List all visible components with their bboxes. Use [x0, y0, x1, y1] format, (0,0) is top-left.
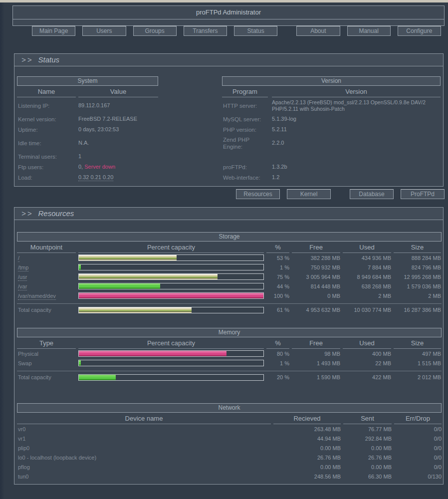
- capacity-bar-track: [78, 264, 264, 270]
- table-row: Listening IP: 89.112.0.167: [17, 97, 158, 114]
- row-label: HTTP server:: [222, 103, 268, 109]
- free-value: 3 005 964 MB: [292, 274, 340, 280]
- size-value: 12 995 268 MB: [394, 274, 441, 280]
- mountpoint-link[interactable]: /usr: [18, 274, 27, 281]
- table-row: Zend PHP Engine: 2.2.0: [222, 135, 441, 151]
- network-table-caption: Network: [17, 403, 442, 413]
- capacity-bar-track: [78, 273, 264, 280]
- row-value: 2.2.0: [272, 140, 441, 146]
- free-value: 98 MB: [292, 351, 340, 357]
- device-name: plip0: [17, 445, 271, 451]
- received-value: 44.94 MB: [273, 436, 341, 442]
- device-name: tun0: [17, 474, 271, 480]
- nav-manual[interactable]: Manual: [347, 26, 391, 36]
- nav-about[interactable]: About: [296, 26, 340, 36]
- used-value: 434 936 MB: [343, 255, 391, 261]
- used-value: 7 884 MB: [343, 264, 391, 270]
- table-row: plip0 0.00 MB 0.00 MB 0/0: [17, 443, 442, 453]
- sent-value: 292.84 MB: [343, 436, 392, 442]
- used-value: 638 268 MB: [343, 283, 391, 289]
- err-drop-value: 0/0: [394, 436, 442, 442]
- device-name: lo0 - localhost (loopback device): [17, 455, 271, 461]
- table-row: Swap 1 % 1 493 MB 22 MB 1 515 MB: [17, 358, 442, 368]
- received-value: 248.56 MB: [273, 474, 341, 480]
- capacity-bar-fill: [79, 360, 81, 366]
- col-pct: %: [266, 243, 289, 253]
- table-row: / 53 % 382 288 MB 434 936 MB 888 284 MB: [17, 253, 442, 262]
- free-value: 1 493 MB: [292, 360, 340, 366]
- nav-groups[interactable]: Groups: [133, 26, 177, 36]
- memory-total-row: Total capacity 20 % 1 590 MB 422 MB 2 01…: [17, 371, 442, 383]
- free-value: 1 590 MB: [292, 374, 340, 380]
- nav-configure[interactable]: Configure: [398, 26, 441, 36]
- row-value: 5.2.11: [272, 126, 441, 133]
- table-row: /var 44 % 814 448 MB 638 268 MB 1 579 03…: [17, 281, 442, 291]
- system-table-header: Name Value: [17, 87, 158, 97]
- mountpoint-link[interactable]: /var: [18, 283, 27, 290]
- page-top-edge: [0, 0, 448, 2]
- row-label: proFTPd:: [222, 164, 268, 170]
- subnav-kernel[interactable]: Kernel: [287, 189, 331, 199]
- status-title-text: Status: [38, 55, 60, 64]
- resources-content: Storage Mountpoint Percent capacity % Fr…: [14, 220, 443, 484]
- nav-main-page[interactable]: Main Page: [32, 26, 75, 36]
- err-drop-value: 0/130: [394, 474, 442, 480]
- chevrons-icon: >>: [21, 55, 33, 64]
- load-average-link[interactable]: 0.32 0.21 0.20: [78, 174, 113, 181]
- row-label: Web-interface:: [222, 175, 268, 181]
- storage-total-row: Total capacity 61 % 4 953 632 MB 10 030 …: [17, 304, 442, 316]
- table-row: Ftp users: 0, Server down: [17, 162, 158, 172]
- network-table: Network Device name Recieved Sent Err/Dr…: [17, 403, 442, 481]
- row-label: Idle time:: [17, 140, 76, 146]
- pct-value: 75 %: [266, 274, 289, 280]
- sent-value: 76.77 MB: [343, 426, 392, 432]
- free-value: 382 288 MB: [292, 255, 340, 261]
- subnav-resources[interactable]: Resources: [236, 189, 280, 199]
- pct-value: 1 %: [266, 264, 289, 270]
- col-size: Size: [394, 338, 441, 349]
- subnav-proftpd[interactable]: ProFTPd: [401, 189, 445, 199]
- table-row: PHP version: 5.2.11: [222, 124, 441, 135]
- row-value: 1.3.2b: [272, 164, 441, 170]
- capacity-bar-track: [78, 283, 264, 289]
- memory-table-caption: Memory: [17, 328, 442, 337]
- row-value: N.A.: [78, 140, 158, 146]
- table-row: /usr 75 % 3 005 964 MB 8 949 684 MB 12 9…: [17, 272, 442, 281]
- subnav-database[interactable]: Database: [350, 189, 394, 199]
- capacity-bar-fill: [79, 264, 81, 270]
- system-table: System Name Value Listening IP: 89.112.0…: [17, 76, 158, 183]
- mountpoint-link[interactable]: /var/named/dev: [18, 293, 56, 300]
- size-value: 888 284 MB: [394, 255, 441, 261]
- err-drop-value: 0/0: [394, 464, 442, 470]
- table-row: proFTPd: 1.3.2b: [222, 162, 441, 172]
- size-value: 497 MB: [394, 351, 441, 357]
- free-value: 0 MB: [292, 293, 340, 299]
- pct-value: 1 %: [266, 360, 289, 366]
- mountpoint-link[interactable]: /: [18, 255, 19, 262]
- status-content: System Name Value Listening IP: 89.112.0…: [14, 66, 443, 186]
- storage-table: Storage Mountpoint Percent capacity % Fr…: [17, 232, 442, 316]
- capacity-bar-fill: [79, 274, 218, 279]
- sent-value: 0.00 MB: [343, 464, 392, 470]
- table-row: [222, 151, 441, 162]
- col-used: Used: [343, 338, 391, 349]
- capacity-bar-track: [78, 254, 264, 261]
- used-value: 8 949 684 MB: [343, 274, 391, 280]
- device-name: pflog: [17, 464, 271, 470]
- capacity-bar-track: [78, 374, 264, 381]
- mountpoint-link[interactable]: /tmp: [18, 264, 28, 271]
- row-value: Apache/2.2.13 (FreeBSD) mod_ssl/2.2.13 O…: [272, 99, 441, 112]
- nav-users[interactable]: Users: [82, 26, 126, 36]
- storage-table-caption: Storage: [17, 232, 442, 242]
- used-value: 10 030 774 MB: [343, 307, 391, 313]
- table-row: pflog 0.00 MB 0.00 MB 0/0: [17, 462, 442, 472]
- free-value: 4 953 632 MB: [292, 307, 340, 313]
- row-label: Listening IP:: [17, 103, 76, 109]
- row-value: FreeBSD 7.2-RELEASE: [78, 116, 158, 122]
- header-spacer: [13, 19, 444, 25]
- table-row: Terminal users: 1: [17, 151, 158, 162]
- nav-transfers[interactable]: Transfers: [184, 26, 227, 36]
- capacity-bar-fill: [79, 255, 177, 260]
- capacity-bar-fill: [79, 307, 192, 313]
- nav-status[interactable]: Status: [234, 26, 277, 36]
